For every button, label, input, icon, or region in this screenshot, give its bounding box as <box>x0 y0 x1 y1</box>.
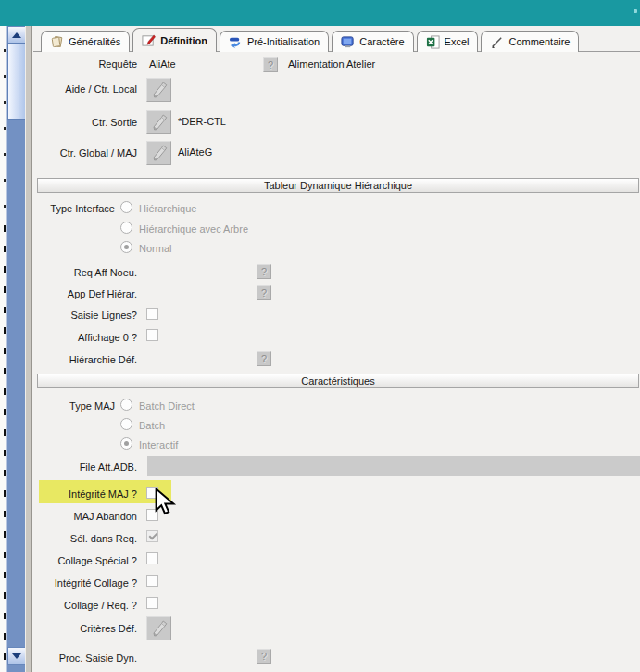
saisie-lignes-label: Saisie Lignes? <box>7 310 137 321</box>
section-header-caracteristiques: Caractéristiques <box>37 374 639 388</box>
proc-saisie-dyn-help-button[interactable]: ? <box>257 649 271 664</box>
excel-icon <box>426 35 440 49</box>
radio-batch-direct <box>120 399 132 411</box>
scrollbar-thumb[interactable] <box>7 43 26 120</box>
tab-label: Excel <box>445 36 470 47</box>
type-interface-label: Type Interface <box>0 203 115 214</box>
arrow-up-icon <box>12 32 21 38</box>
radio-batch-direct-label: Batch Direct <box>139 400 195 412</box>
dashed-marks <box>4 225 6 672</box>
edit-icon <box>142 33 156 47</box>
pen-icon <box>150 619 169 638</box>
ctr-global-maj-label: Ctr. Global / MAJ <box>7 147 137 158</box>
radio-normal-label: Normal <box>139 243 171 254</box>
scroll-up-button[interactable] <box>7 26 26 44</box>
hierarchie-def-help-button[interactable]: ? <box>257 351 271 366</box>
notes-icon <box>50 35 64 49</box>
radio-hierarchique-avec-arbre <box>120 222 132 234</box>
collage-special-label: Collage Spécial ? <box>7 555 137 566</box>
aide-ctr-local-label: Aide / Ctr. Local <box>7 83 137 95</box>
radio-interactif-label: Interactif <box>139 439 178 450</box>
refresh-icon <box>229 35 243 49</box>
pen-icon <box>150 144 169 162</box>
file-att-adb-label: File Att.ADB. <box>7 462 137 473</box>
tab-bar: Généralités Définition Pré-Initialisatio… <box>41 28 582 52</box>
titlebar-dot <box>634 9 637 13</box>
proc-saisie-dyn-label: Proc. Saisie Dyn. <box>7 653 137 664</box>
radio-batch <box>120 418 132 430</box>
radio-batch-label: Batch <box>139 420 165 431</box>
pen-icon <box>150 113 169 132</box>
requete-label: Requête <box>7 58 137 70</box>
hierarchie-def-label: Hiérarchie Déf. <box>7 354 137 365</box>
radio-hierarchique <box>120 201 132 213</box>
criteres-def-button[interactable] <box>146 616 171 640</box>
requete-value: AliAte <box>149 58 176 70</box>
collage-req-checkbox[interactable] <box>146 597 158 609</box>
ctr-global-maj-value: AliAteG <box>178 146 212 158</box>
radio-interactif <box>120 437 132 450</box>
type-maj-label: Type MAJ <box>0 400 115 412</box>
mouse-cursor-icon <box>155 488 179 519</box>
tab-pre-initialisation[interactable]: Pré-Initialisation <box>220 31 329 52</box>
req-aff-noeu-label: Req Aff Noeu. <box>7 267 137 278</box>
ctr-sortie-label: Ctr. Sortie <box>7 117 137 128</box>
ctr-sortie-button[interactable] <box>146 110 171 134</box>
section-header-tableur: Tableur Dynamique Hiérarchique <box>37 178 639 193</box>
tab-generalites[interactable]: Généralités <box>41 31 130 52</box>
dashed-marks <box>4 49 6 225</box>
tab-label: Définition <box>160 35 207 46</box>
collage-req-label: Collage / Req. ? <box>7 600 137 611</box>
title-bar <box>0 0 640 26</box>
app-def-hierar-label: App Def Hiérar. <box>7 288 137 299</box>
tab-label: Commentaire <box>508 36 570 47</box>
saisie-lignes-checkbox[interactable] <box>146 308 158 320</box>
tab-label: Caractère <box>359 36 404 47</box>
requete-description: Alimentation Atelier <box>288 58 375 70</box>
sel-dans-req-checkbox <box>146 530 158 542</box>
integrite-collage-label: Intégrité Collage ? <box>7 577 137 589</box>
tab-excel[interactable]: Excel <box>417 31 479 52</box>
integrite-collage-checkbox[interactable] <box>146 575 158 587</box>
file-att-adb-field <box>147 456 640 476</box>
tab-commentaire[interactable]: Commentaire <box>481 31 579 52</box>
tab-definition[interactable]: Définition <box>132 28 217 52</box>
ctr-sortie-value: *DER-CTL <box>178 116 226 127</box>
sel-dans-req-label: Sél. dans Req. <box>7 533 137 544</box>
affichage-0-label: Affichage 0 ? <box>7 332 137 343</box>
pencil-icon <box>490 35 504 49</box>
criteres-def-label: Critères Déf. <box>7 623 137 634</box>
pen-icon <box>150 81 169 99</box>
ctr-global-maj-button[interactable] <box>146 141 171 165</box>
radio-hierarchique-label: Hiérarchique <box>139 203 196 214</box>
tab-label: Généralités <box>69 36 120 47</box>
collage-special-checkbox[interactable] <box>146 552 158 564</box>
aide-ctr-local-button[interactable] <box>146 78 171 102</box>
tab-label: Pré-Initialisation <box>247 36 320 47</box>
integrite-maj-label: Intégrité MAJ ? <box>7 488 137 500</box>
req-aff-noeu-help-button[interactable]: ? <box>257 264 271 279</box>
requete-help-button[interactable]: ? <box>263 57 278 72</box>
radio-hierarchique-avec-arbre-label: Hiérarchique avec Arbre <box>139 223 248 235</box>
radio-normal <box>120 241 132 253</box>
affichage-0-checkbox[interactable] <box>146 329 158 341</box>
tab-caractere[interactable]: Caractère <box>332 31 413 52</box>
app-def-hierar-help-button[interactable]: ? <box>257 285 271 300</box>
monitor-icon <box>341 35 355 49</box>
maj-abandon-label: MAJ Abandon <box>7 511 137 522</box>
